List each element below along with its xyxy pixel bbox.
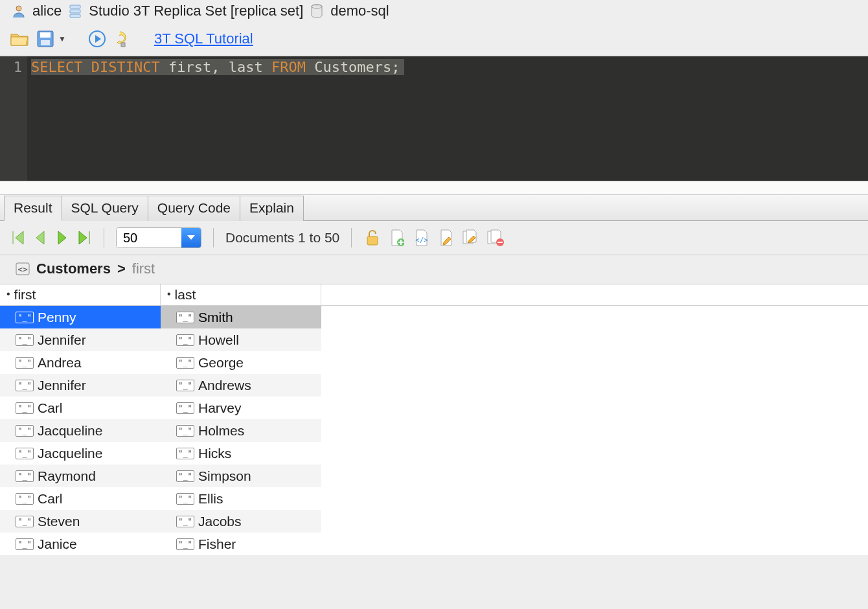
cell-last[interactable]: "_"George [161,351,321,374]
breadcrumb-field[interactable]: first [132,260,155,277]
tab-result[interactable]: Result [4,196,62,221]
cell-value: Janice [38,536,77,552]
cell-last[interactable]: "_"Ellis [161,487,321,510]
editor-code[interactable]: SELECT DISTINCT first, last FROM Custome… [27,56,868,181]
first-page-button[interactable] [10,229,26,247]
page-size-dropdown-button[interactable] [181,228,201,247]
save-dropdown-caret[interactable]: ▼ [58,34,66,43]
cell-last[interactable]: "_"Jacobs [161,510,321,533]
next-page-button[interactable] [54,229,70,247]
table-row[interactable]: "_"Jennifer"_"Howell [0,328,868,351]
save-button[interactable] [35,29,56,49]
result-grid: • first • last "_"Penny"_"Smith"_"Jennif… [0,284,868,555]
svg-rect-2 [70,10,80,13]
table-row[interactable]: "_"Steven"_"Jacobs [0,510,868,533]
sql-editor[interactable]: 1 SELECT DISTINCT first, last FROM Custo… [0,56,868,181]
tab-sql-query[interactable]: SQL Query [62,196,148,221]
cell-first[interactable]: "_"Steven [0,510,161,533]
string-type-icon: "_" [176,448,194,459]
table-row[interactable]: "_"Janice"_"Fisher [0,533,868,555]
cell-last[interactable]: "_"Fisher [161,533,321,555]
edit-document-button[interactable] [437,229,455,247]
database-icon [310,4,324,18]
column-header-first[interactable]: • first [0,284,161,305]
add-document-button[interactable] [388,229,406,247]
page-size-input[interactable] [117,228,181,247]
breadcrumb-database[interactable]: demo-sql [330,3,389,19]
cell-first[interactable]: "_"Jacqueline [0,442,161,465]
edit-documents-button[interactable] [462,229,480,247]
keyword-from: FROM [271,59,306,75]
cell-first[interactable]: "_"Raymond [0,465,161,487]
table-row[interactable]: "_"Andrea"_"George [0,351,868,374]
table-row[interactable]: "_"Carl"_"Ellis [0,487,868,510]
cell-value: Smith [198,310,233,325]
string-type-icon: "_" [176,470,194,482]
editor-fields: first, last [168,59,263,75]
string-type-icon: "_" [16,538,34,550]
tutorial-link[interactable]: 3T SQL Tutorial [154,30,253,47]
column-header-last[interactable]: • last [161,284,321,305]
cell-first[interactable]: "_"Jennifer [0,374,161,396]
cell-first[interactable]: "_"Jennifer [0,328,161,351]
cell-value: Jennifer [38,332,86,348]
delete-documents-button[interactable] [486,229,505,247]
string-type-icon: "_" [16,402,34,414]
string-type-icon: "_" [176,538,194,550]
tab-explain[interactable]: Explain [240,196,304,221]
cell-value: Penny [38,310,76,325]
page-size-select[interactable] [116,227,201,248]
explain-button[interactable] [113,29,133,49]
execute-button[interactable] [87,29,108,49]
keyword-select: SELECT [31,59,82,75]
cell-last[interactable]: "_"Holmes [161,419,321,442]
svg-rect-15 [497,242,503,243]
string-type-icon: "_" [16,357,34,369]
cell-first[interactable]: "_"Carl [0,396,161,419]
string-type-icon: "_" [176,312,194,323]
prev-page-button[interactable] [32,229,48,247]
breadcrumb-user[interactable]: alice [32,3,62,19]
cell-last[interactable]: "_"Hicks [161,442,321,465]
string-type-icon: "_" [176,425,194,437]
cell-first[interactable]: "_"Jacqueline [0,419,161,442]
view-document-button[interactable]: </> [413,229,431,247]
open-folder-button[interactable] [9,29,30,49]
collection-name[interactable]: Customers [36,260,111,277]
cell-last[interactable]: "_"Andrews [161,374,321,396]
toolbar-separator [213,228,214,247]
string-type-icon: "_" [16,448,34,459]
table-row[interactable]: "_"Jacqueline"_"Hicks [0,442,868,465]
cell-last[interactable]: "_"Simpson [161,465,321,487]
cell-first[interactable]: "_"Andrea [0,351,161,374]
result-tabs: ResultSQL QueryQuery CodeExplain [0,195,868,221]
breadcrumb-connection[interactable]: Studio 3T Replica Set [replica set] [89,3,303,19]
table-row[interactable]: "_"Jacqueline"_"Holmes [0,419,868,442]
svg-text:</>: </> [415,236,428,244]
editor-gutter: 1 [0,56,27,181]
line-number: 1 [0,59,22,75]
last-page-button[interactable] [76,229,92,247]
cell-last[interactable]: "_"Smith [161,306,321,328]
cell-last[interactable]: "_"Harvey [161,396,321,419]
cell-last[interactable]: "_"Howell [161,328,321,351]
cell-value: George [198,355,244,371]
cell-first[interactable]: "_"Janice [0,533,161,555]
table-row[interactable]: "_"Carl"_"Harvey [0,396,868,419]
table-row[interactable]: "_"Penny"_"Smith [0,306,868,328]
string-type-icon: "_" [16,334,34,346]
string-type-icon: "_" [16,312,34,323]
table-row[interactable]: "_"Jennifer"_"Andrews [0,374,868,396]
string-type-icon: "_" [176,334,194,346]
cell-value: Hicks [198,446,231,461]
svg-rect-11 [367,236,378,245]
cell-first[interactable]: "_"Carl [0,487,161,510]
table-row[interactable]: "_"Raymond"_"Simpson [0,465,868,487]
result-toolbar: Documents 1 to 50 </> [0,221,868,255]
tab-query-code[interactable]: Query Code [148,196,240,221]
server-icon [68,4,82,18]
cell-first[interactable]: "_"Penny [0,306,161,328]
svg-rect-7 [40,32,51,38]
string-type-icon: "_" [176,357,194,369]
unlock-button[interactable] [363,229,382,247]
